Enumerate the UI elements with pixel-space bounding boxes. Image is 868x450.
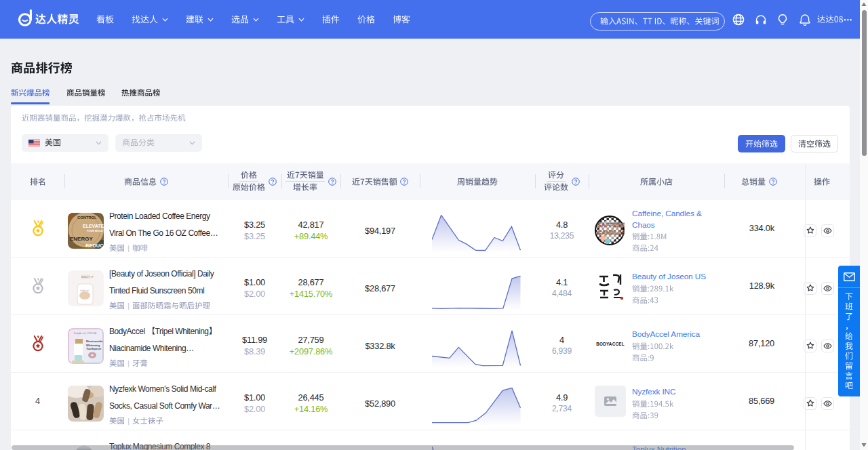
- svg-text:ENERGY: ENERGY: [70, 236, 93, 242]
- svg-text:Niacinamide: Niacinamide: [86, 340, 103, 343]
- svg-text:BodyAccel | OFFICIAL: BodyAccel | OFFICIAL: [74, 332, 97, 335]
- svg-text:REDUCE: REDUCE: [85, 243, 104, 249]
- svg-text:YOUR MOOD: YOUR MOOD: [87, 230, 103, 232]
- svg-text:CANDLES: CANDLES: [597, 228, 625, 235]
- svg-text:ELEVATE: ELEVATE: [83, 224, 104, 228]
- svg-text:relief sun: relief sun: [80, 289, 89, 292]
- svg-text:BEAUTY OF: BEAUTY OF: [81, 276, 94, 279]
- svg-text:Toothpaste: Toothpaste: [86, 347, 102, 350]
- svg-text:BODYACCEL: BODYACCEL: [596, 342, 625, 346]
- svg-text:CONTROL: CONTROL: [77, 216, 97, 220]
- svg-text:Whitening: Whitening: [86, 343, 100, 346]
- svg-text:CAFFEINE: CAFFEINE: [597, 221, 625, 228]
